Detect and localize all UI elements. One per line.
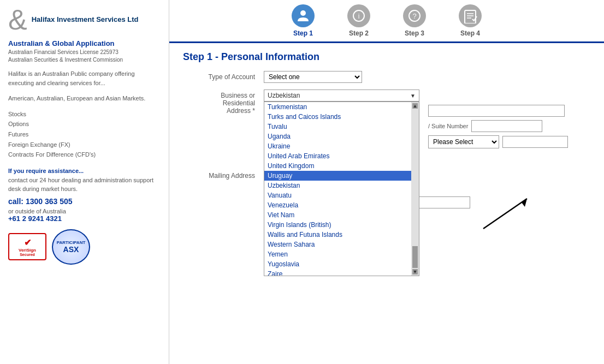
scrollbar-up[interactable]: ▲ [412, 103, 418, 109]
country-option-uganda[interactable]: Uganda [264, 132, 411, 141]
logo-text: Halifax Investment Services Ltd [32, 15, 139, 25]
country-option-uae[interactable]: United Arab Emirates [264, 151, 411, 161]
logo-symbol: & [8, 5, 27, 34]
instrument-forex: Foreign Exchange (FX) [8, 140, 161, 150]
step-2-icon: i [347, 4, 370, 27]
mailing-address-label: Mailing Address [183, 170, 259, 180]
svg-text:?: ? [412, 12, 416, 20]
step-1: Step 1 [292, 4, 315, 41]
country-dropdown-header[interactable]: Uzbekistan ▼ [264, 89, 419, 102]
form-content: Step 1 - Personal Information Type of Ac… [169, 43, 604, 227]
assistance-title: If you require assistance... [8, 168, 84, 174]
country-dropdown-list[interactable]: Turkmenistan Turks and Caicos Islands Tu… [264, 102, 419, 276]
country-option-western-sahara[interactable]: Western Sahara [264, 240, 411, 249]
step-2-label: Step 2 [349, 29, 369, 37]
step-4-icon [459, 4, 482, 27]
step-4-label: Step 4 [460, 29, 480, 37]
address-row: Business or Residential Address * Uzbeki… [183, 89, 590, 148]
country-option-yemen[interactable]: Yemen [264, 249, 411, 259]
step-3: ? Step 3 [403, 4, 426, 41]
suite-row: / Suite Number [428, 120, 568, 132]
step-4: Step 4 [459, 4, 482, 41]
page-title: Step 1 - Personal Information [183, 51, 590, 63]
country-option-uk[interactable]: United Kingdom [264, 161, 411, 171]
trust-badges: ✔ VeriSign Secured PARTICIPANT ASX [8, 229, 161, 265]
country-option-tuvalu[interactable]: Tuvalu [264, 122, 411, 132]
suite-label: / Suite Number [428, 123, 468, 129]
logo-area: & Halifax Investment Services Ltd [8, 5, 161, 34]
country-option-vanuatu[interactable]: Vanuatu [264, 190, 411, 200]
country-selected-value: Uzbekistan [268, 92, 300, 99]
step-2: i Step 2 [347, 4, 370, 41]
scrollbar-thumb[interactable] [412, 246, 418, 268]
sidebar-description: Halifax is an Australian Public company … [8, 69, 161, 87]
postcode-input[interactable] [502, 136, 568, 148]
country-option-wallis[interactable]: Wallis and Futuna Islands [264, 230, 411, 240]
svg-text:i: i [358, 13, 360, 20]
country-option-uruguay[interactable]: Uruguay [264, 171, 411, 181]
country-option-venezuela[interactable]: Venezuela [264, 200, 411, 210]
country-option-vietnam[interactable]: Viet Nam [264, 210, 411, 220]
steps-header: Step 1 i Step 2 ? Step 3 Step 4 [169, 0, 604, 43]
sidebar-assistance: If you require assistance... contact our… [8, 166, 161, 194]
sidebar-subtitle1: Australian Financial Services License 22… [8, 49, 161, 64]
svg-point-0 [300, 10, 306, 16]
sidebar-title: Australian & Global Application [8, 39, 161, 47]
outside-label: or outside of Australia +61 2 9241 4321 [8, 208, 161, 223]
country-option-turks[interactable]: Turks and Caicos Islands [264, 112, 411, 122]
sidebar-instruments: Stocks Options Futures Foreign Exchange … [8, 109, 161, 160]
step-1-label: Step 1 [293, 29, 313, 37]
sidebar: & Halifax Investment Services Ltd Austra… [0, 0, 169, 364]
verisign-badge: ✔ VeriSign Secured [8, 233, 46, 260]
asx-badge: PARTICIPANT ASX [52, 229, 90, 265]
sidebar-markets: American, Australian, European and Asian… [8, 94, 161, 104]
dropdown-arrow-icon: ▼ [410, 93, 416, 99]
instrument-stocks: Stocks [8, 109, 161, 120]
dropdown-items-container: Turkmenistan Turks and Caicos Islands Tu… [264, 102, 411, 276]
main-content: Step 1 i Step 2 ? Step 3 Step 4 [169, 0, 604, 364]
country-option-turkmenistan[interactable]: Turkmenistan [264, 102, 411, 112]
street-input[interactable] [428, 105, 565, 117]
address-dropdown-container: Uzbekistan ▼ Turkmenistan Turks and Caic… [264, 89, 419, 102]
step-3-icon: ? [403, 4, 426, 27]
country-option-yugoslavia[interactable]: Yugoslavia [264, 259, 411, 269]
outside-number: +61 2 9241 4321 [8, 214, 62, 223]
step-1-icon [292, 4, 315, 27]
suite-input[interactable] [471, 120, 542, 132]
country-option-ukraine[interactable]: Ukraine [264, 141, 411, 151]
scrollbar-down[interactable]: ▼ [412, 269, 418, 275]
country-option-uzbekistan[interactable]: Uzbekistan [264, 181, 411, 190]
scrollbar[interactable]: ▲ ▼ [411, 102, 419, 276]
country-option-zaire[interactable]: Zaire [264, 269, 411, 276]
country-option-virgin[interactable]: Virgin Islands (British) [264, 220, 411, 230]
state-row: Please Select [428, 135, 568, 148]
phone-number: call: 1300 363 505 [8, 197, 161, 206]
step-3-label: Step 3 [405, 29, 424, 37]
state-select[interactable]: Please Select [428, 135, 499, 148]
instrument-options: Options [8, 119, 161, 129]
instrument-futures: Futures [8, 129, 161, 140]
account-type-select[interactable]: Select one [264, 71, 362, 83]
address-right-fields: / Suite Number Please Select [428, 105, 568, 148]
address-form-area: Business or Residential Address * Uzbeki… [183, 89, 590, 148]
account-type-label: Type of Account [183, 71, 259, 81]
instrument-cfd: Contracts For Difference (CFD's) [8, 150, 161, 160]
address-label: Business or Residential Address * [183, 89, 259, 115]
account-type-row: Type of Account Select one [183, 71, 590, 83]
